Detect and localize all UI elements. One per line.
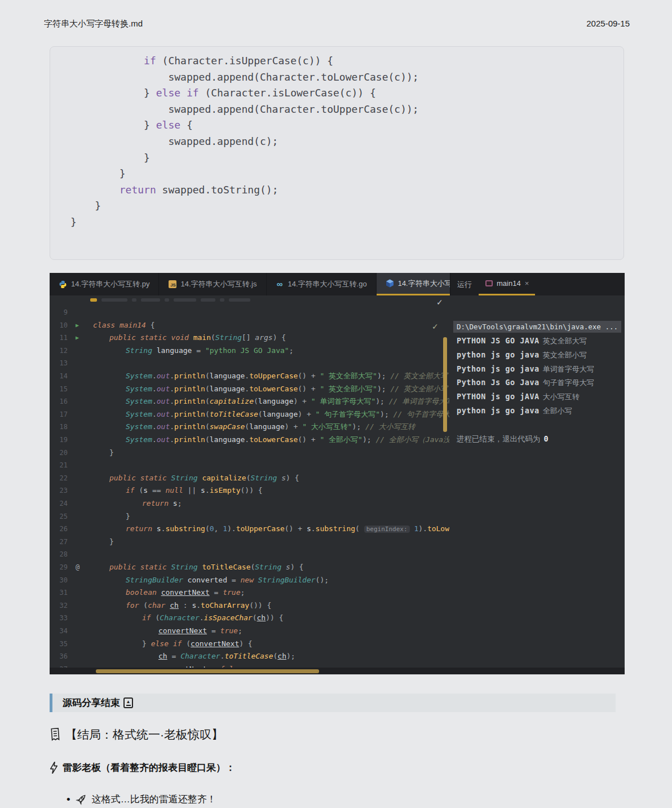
code-line: }	[70, 166, 624, 182]
editor-line-11: 11▶public static void main(String[] args…	[50, 332, 449, 345]
line-number: 25	[53, 510, 68, 523]
run-panel-title: 运行	[457, 280, 472, 290]
editor-tab-python[interactable]: 14.字符串大小写互转.py	[50, 273, 159, 295]
console-output-line: PYTHON JS GO JAVA英文全部大写	[457, 336, 587, 346]
editor-line-25: 25}	[50, 510, 449, 523]
editor-line-22: 22public static String capitalize(String…	[50, 472, 449, 485]
code-line: } else if (Character.isLowerCase(c)) {	[70, 85, 624, 101]
scroll-icon	[49, 727, 61, 741]
line-number: 21	[53, 459, 68, 472]
breadcrumb-separator	[132, 298, 136, 302]
rocket-icon	[75, 793, 87, 806]
code-editor[interactable]: 910▶class main14 {11▶public static void …	[50, 304, 449, 668]
console-output-line: Python Js Go Java句子首字母大写	[457, 378, 594, 388]
line-number: 11	[53, 332, 68, 345]
breadcrumb-item	[101, 298, 127, 302]
line-number: 10	[53, 319, 68, 332]
line-number: 19	[53, 434, 68, 447]
document-filename: 字符串大小写字母转换.md	[44, 19, 143, 29]
editor-line-18: 18System.out.println(swapCase(language) …	[50, 421, 449, 434]
line-number: 18	[53, 421, 68, 434]
line-number: 20	[53, 447, 68, 460]
editor-line-24: 24return s;	[50, 497, 449, 510]
breadcrumb-item	[229, 298, 250, 302]
line-number: 29	[53, 561, 68, 574]
breadcrumb-item	[174, 298, 196, 302]
process-exit-line: 进程已结束，退出代码为0	[457, 434, 549, 444]
boss-line-text: 雷影老板（看着整齐的报表目瞪口呆）：	[63, 761, 235, 774]
inspection-ok-check-icon: ✓	[436, 298, 443, 307]
code-line: }	[70, 198, 624, 214]
code-line: } else {	[70, 117, 624, 134]
breadcrumb-item	[201, 298, 215, 302]
editor-line-17: 17System.out.println(toTitleCase(languag…	[50, 408, 449, 421]
run-panel-header: 运行 main14 ×	[450, 273, 625, 295]
tab-label: 14.字符串大小写互转.py	[71, 279, 149, 289]
console-output-line: python js go java英文全部小写	[457, 350, 587, 360]
editor-line-15: 15System.out.println(language.toLowerCas…	[50, 383, 449, 396]
editor-line-31: 31boolean convertNext = true;	[50, 586, 449, 599]
line-number: 14	[53, 370, 68, 383]
editor-tab-bar: 14.字符串大小写互转.pyJS14.字符串大小写互转.js∞14.字符串大小写…	[50, 273, 449, 295]
editor-line-33: 33if (Character.isSpaceChar(ch)) {	[50, 612, 449, 625]
run-config-tab[interactable]: main14 ×	[482, 273, 532, 294]
line-number: 24	[53, 497, 68, 510]
line-number: 26	[53, 523, 68, 536]
line-number: 27	[53, 536, 68, 549]
run-gutter-icon[interactable]: ▶	[76, 332, 79, 345]
code-line: }	[70, 214, 624, 231]
line-number: 36	[53, 650, 68, 663]
console-output-line: Python js go java单词首字母大写	[457, 364, 594, 374]
editor-line-21: 21	[50, 459, 449, 472]
line-number: 35	[53, 638, 68, 651]
code-line: swapped.append(c);	[70, 134, 624, 150]
editor-line-12: 12String language = "python JS GO Java";	[50, 345, 449, 357]
line-number: 22	[53, 472, 68, 485]
code-line: if (Character.isUpperCase(c)) {	[70, 53, 624, 69]
go-icon: ∞	[277, 280, 283, 288]
line-number: 17	[53, 408, 68, 421]
line-number: 33	[53, 612, 68, 625]
editor-line-20: 20}	[50, 447, 449, 460]
console-output-line: PYTHON js go jAVA大小写互转	[457, 392, 580, 402]
editor-line-28: 28	[50, 548, 449, 561]
breadcrumb-item	[90, 298, 97, 302]
editor-line-19: 19System.out.println(language.toLowerCas…	[50, 434, 449, 447]
line-number: 12	[53, 345, 68, 357]
run-success-check-icon: ✓	[432, 322, 439, 331]
line-number: 9	[53, 306, 68, 319]
boss-line: 雷影老板（看着整齐的报表目瞪口呆）：	[50, 761, 235, 774]
editor-line-10: 10▶class main14 {	[50, 319, 449, 332]
editor-line-27: 27}	[50, 536, 449, 549]
editor-tab-js[interactable]: JS14.字符串大小写互转.js	[159, 273, 266, 295]
breadcrumb-separator	[220, 298, 224, 302]
editor-tab-go[interactable]: ∞14.字符串大小写互转.go	[267, 273, 377, 295]
list-item: • 这格式…比我的雷遁还整齐！	[67, 793, 216, 806]
breadcrumb	[50, 295, 490, 304]
editor-line-29: 29@public static String toTitleCase(Stri…	[50, 561, 449, 574]
run-config-icon	[485, 280, 493, 286]
editor-horizontal-scrollbar[interactable]	[96, 669, 319, 673]
code-line: swapped.append(Character.toLowerCase(c))…	[70, 69, 624, 86]
run-gutter-icon[interactable]: ▶	[76, 319, 79, 332]
editor-line-16: 16System.out.println(capitalize(language…	[50, 395, 449, 408]
line-number: 34	[53, 625, 68, 638]
line-number: 23	[53, 484, 68, 497]
run-command-line: D:\DevTools\graalvm21\bin\java.exe ...	[453, 321, 621, 333]
line-number: 16	[53, 395, 68, 408]
run-tab-close-icon[interactable]: ×	[525, 279, 529, 288]
editor-vertical-scrollbar[interactable]	[443, 337, 447, 432]
editor-line-35: 35} else if (convertNext) {	[50, 638, 449, 651]
blockquote-source-end: 源码分享结束 ▲	[50, 694, 616, 712]
line-number: 28	[53, 548, 68, 561]
blockquote-text: 源码分享结束	[63, 696, 120, 709]
document-date: 2025-09-15	[586, 19, 630, 28]
ending-heading-text: 【结局：格式统一·老板惊叹】	[65, 727, 223, 743]
code-line: return swapped.toString();	[70, 182, 624, 198]
console-output-line: python js go java全部小写	[457, 406, 572, 416]
line-number: 32	[53, 599, 68, 612]
editor-line-13: 13	[50, 357, 449, 370]
editor-line-23: 23if (s == null || s.isEmpty()) {	[50, 484, 449, 497]
annotation-gutter-icon: @	[76, 561, 79, 574]
bullet-marker: •	[67, 794, 70, 805]
